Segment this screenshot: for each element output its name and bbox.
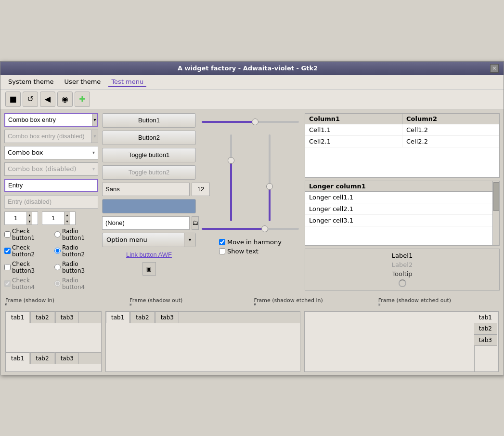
link-button[interactable]: Link button AWF (102, 250, 196, 259)
longer-list-item-1[interactable]: Longer cell1.1 (305, 192, 492, 203)
tab-top-left-3[interactable]: tab3 (55, 312, 79, 323)
check2-text: Check button2 (12, 244, 50, 258)
move-harmony-check[interactable] (219, 239, 225, 245)
tab-widget-right: tab1 tab2 tab3 (304, 311, 499, 372)
combo-box-select[interactable]: Combo box ▾ (4, 146, 98, 159)
menu-system-theme[interactable]: System theme (5, 77, 57, 87)
longer-list-content: Longer column1 Longer cell1.1 Longer cel… (305, 181, 492, 245)
menu-user-theme[interactable]: User theme (62, 77, 104, 87)
toggle-button1[interactable]: Toggle button1 (102, 148, 196, 162)
button1[interactable]: Button1 (102, 113, 196, 128)
radio4-text: Radio button4 (62, 277, 98, 291)
toolbar-btn-1[interactable]: ■ (5, 92, 21, 107)
radio4-label[interactable]: Radio button4 (54, 277, 98, 291)
table-row-2[interactable]: Cell2.1 Cell2.2 (305, 136, 499, 147)
tab-center-1[interactable]: tab1 (106, 312, 129, 323)
move-harmony-label[interactable]: Move in harmony (219, 238, 282, 246)
table-view: Column1 Column2 Cell1.1 Cell1.2 Cell2.1 … (305, 113, 500, 178)
label2: Label2 (392, 261, 413, 268)
radio2-label[interactable]: Radio button2 (54, 244, 98, 258)
table-row-1[interactable]: Cell1.1 Cell1.2 (305, 124, 499, 136)
check3-input[interactable] (4, 264, 11, 270)
tab-right-3[interactable]: tab3 (474, 334, 497, 346)
tab-right-2[interactable]: tab2 (474, 323, 497, 334)
toolbar-btn-3[interactable]: ◀ (40, 92, 55, 107)
tab-right-1[interactable]: tab1 (474, 312, 497, 323)
check2-label[interactable]: Check button2 (4, 244, 50, 258)
tabs-section: tab1 tab2 tab3 tab1 tab2 tab3 tab1 tab2 … (0, 308, 504, 375)
option-menu[interactable]: Option menu ▾ (102, 233, 196, 247)
menu-test-menu[interactable]: Test menu (108, 77, 146, 87)
tab-bar-right: tab1 tab2 tab3 (474, 312, 498, 371)
radio3-input[interactable] (54, 264, 61, 270)
longer-list-item-2[interactable]: Longer cell2.1 (305, 203, 492, 215)
check4-label[interactable]: Check button4 (4, 277, 50, 291)
hslider-1[interactable] (202, 117, 299, 127)
combo-select-label: Combo box (8, 149, 43, 156)
tab-bottom-3[interactable]: tab3 (55, 353, 79, 364)
tab-center-3[interactable]: tab3 (155, 312, 179, 323)
left-column: ▾ ▾ Combo box ▾ Combo box (disabled) ▾ (4, 113, 98, 291)
toolbar-btn-5[interactable]: ✚ (75, 92, 90, 107)
button2[interactable]: Button2 (102, 131, 196, 145)
combo-entry-dropdown-btn[interactable]: ▾ (92, 114, 97, 126)
spinbox-1[interactable]: ▲ ▼ (4, 211, 38, 225)
radio1-text: Radio button1 (62, 228, 98, 241)
spinbox-1-up[interactable]: ▲ (26, 212, 32, 218)
check3-label[interactable]: Check button3 (4, 261, 50, 274)
tab-bottom-2[interactable]: tab2 (30, 353, 54, 364)
longer-list-item-3[interactable]: Longer cell3.1 (305, 215, 492, 226)
check1-text: Check button1 (12, 228, 50, 241)
combo-box-entry[interactable]: ▾ (4, 113, 98, 127)
tab-top-left-1[interactable]: tab1 (6, 312, 29, 323)
table-col1-header: Column1 (305, 114, 402, 124)
spin-row: ▲ ▼ ▲ ▼ (4, 211, 98, 225)
file-icon: 🗂 (192, 219, 198, 226)
tab-center-2[interactable]: tab2 (130, 312, 154, 323)
spinbox-2-input[interactable] (42, 214, 64, 222)
menu-bar: System theme User theme Test menu (0, 75, 504, 90)
radio3-text: Radio button3 (62, 261, 98, 274)
color-swatch[interactable] (102, 199, 196, 213)
entry-input[interactable] (4, 179, 98, 192)
tab-bottom-1[interactable]: tab1 (6, 353, 29, 364)
spinbox-1-input[interactable] (5, 214, 26, 222)
toolbar-icon-2: ↺ (27, 94, 33, 104)
font-name-input[interactable] (102, 183, 190, 196)
toolbar-btn-4[interactable]: ◉ (57, 92, 73, 107)
hslider-2[interactable] (202, 224, 299, 234)
combo-entry-disabled-input (5, 132, 91, 140)
small-icon-button[interactable]: ▣ (142, 262, 156, 276)
frame-shadow-in-label: Frame (shadow in) (5, 297, 54, 304)
spinbox-1-down[interactable]: ▼ (26, 218, 32, 225)
scrollbar[interactable] (492, 181, 499, 245)
spinbox-2[interactable]: ▲ ▼ (42, 211, 76, 225)
toolbar-btn-2[interactable]: ↺ (23, 92, 38, 107)
vslider-2[interactable] (265, 134, 274, 221)
tab-content-top-left (6, 323, 101, 352)
check1-input[interactable] (4, 231, 11, 238)
vslider-1[interactable] (226, 134, 236, 221)
combo-entry-input[interactable] (5, 116, 92, 123)
option-menu-arrow[interactable]: ▾ (184, 233, 195, 247)
file-input[interactable] (102, 216, 190, 230)
radio1-input[interactable] (54, 231, 61, 238)
longer-list-view: Longer column1 Longer cell1.1 Longer cel… (305, 181, 500, 246)
tab-top-left-2[interactable]: tab2 (30, 312, 54, 323)
option-menu-label: Option menu (103, 233, 184, 247)
spinbox-2-up[interactable]: ▲ (64, 212, 70, 218)
show-text-label[interactable]: Show text (219, 248, 282, 255)
check1-label[interactable]: Check button1 (4, 228, 50, 241)
frame-shadow-in-container: Frame (shadow in) (5, 297, 126, 305)
show-text-check[interactable] (219, 248, 225, 254)
radio1-label[interactable]: Radio button1 (54, 228, 98, 241)
file-icon-btn[interactable]: 🗂 (192, 216, 199, 230)
radio2-input[interactable] (54, 248, 61, 254)
spinbox-2-down[interactable]: ▼ (64, 218, 70, 225)
radio3-label[interactable]: Radio button3 (54, 261, 98, 274)
check-radio-row-3: Check button3 Radio button3 (4, 261, 98, 274)
close-button[interactable]: × (490, 64, 499, 73)
check2-input[interactable] (4, 248, 11, 254)
scrollbar-thumb[interactable] (493, 182, 499, 211)
check-radio-row-1: Check button1 Radio button1 (4, 228, 98, 241)
